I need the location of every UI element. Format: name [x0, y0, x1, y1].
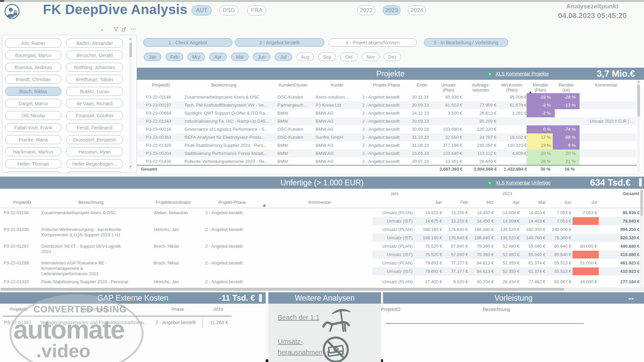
umsatz-herausnahmen-link-line2[interactable]: herausnahmen	[278, 349, 322, 356]
month-filter-apr[interactable]: Apr	[209, 53, 227, 61]
person-filter-pill[interactable]: Boithling, Johannes	[66, 63, 123, 72]
unfertige-col-header: Bezeichnung	[41, 200, 141, 205]
person-filter-pill[interactable]: Hackmann, Markus	[5, 147, 61, 156]
sort-asc-icon[interactable]	[263, 204, 266, 206]
month-filter-mrz[interactable]: Mrz	[187, 53, 205, 61]
person-filter-pill[interactable]: Ferstl, Ferdinand	[66, 123, 123, 132]
scrollbar-thumb[interactable]	[1, 288, 564, 291]
person-filter-pill[interactable]: Dargel, Marco	[5, 99, 61, 108]
chevron-down-icon[interactable]: ⌄	[100, 25, 104, 32]
cell-phase: 2 - Angebot bestellt	[362, 141, 412, 149]
beach-link[interactable]: Beach der 1:1	[278, 314, 320, 321]
person-filter-pill[interactable]	[5, 171, 61, 173]
cell-id: P3-23-00363	[146, 133, 181, 141]
projekte-scrollbar[interactable]	[637, 80, 640, 172]
scroll-down-icon[interactable]	[129, 166, 132, 168]
projekte-col-header: Projekt-Phase	[362, 82, 411, 93]
month-filter-jun[interactable]: Jun	[253, 53, 270, 61]
month-filter-dez[interactable]: Dez	[384, 53, 401, 61]
region-filter-dsg[interactable]: DSG	[219, 5, 238, 15]
unfertige-col-header: Projektkoordinator	[144, 200, 203, 205]
month-filter-nov[interactable]: Nov	[362, 53, 379, 61]
more-options-icon[interactable]: …	[130, 24, 136, 31]
cell-ende: 30.09.23	[412, 117, 434, 125]
month-filter-jul[interactable]: Jul	[275, 53, 292, 61]
cell-umsatz: 32.550 €	[435, 133, 462, 141]
cell-cluster: Partnergesch...	[277, 101, 314, 109]
cell-ende: 30.07.23	[412, 158, 434, 166]
vorleistung-col-bezeichnung: Bezeichnung	[470, 307, 523, 312]
row-total: 461.923 €	[602, 259, 639, 267]
phase-filter-pill[interactable]: 1 - Check Angebot	[143, 38, 232, 47]
month-filter-feb[interactable]: Feb	[166, 53, 183, 61]
scrollbar-thumb[interactable]	[640, 190, 643, 216]
excel-icon[interactable]: x	[487, 180, 493, 185]
person-filter-pill[interactable]	[66, 171, 123, 173]
cell-auftrag: 240.057 €	[464, 141, 496, 149]
cell-phase: 2 - Angebot bestellt	[362, 101, 412, 109]
cell-id: P3-23-00197	[146, 101, 181, 109]
month-filter-mai[interactable]: Mai	[231, 53, 249, 61]
year-filter-2023[interactable]: 2023	[383, 5, 400, 15]
month-value: 79.360 €	[547, 234, 571, 242]
phase-filter-pill[interactable]: 3 - Projekt abgeschlossen	[329, 38, 417, 47]
no-money-icon[interactable]	[321, 335, 350, 362]
person-filter-pill[interactable]: Baumgart, Marco	[5, 51, 61, 60]
unfertige-row: P3-22-01235Kritische Werkeversorgung - t…	[0, 225, 639, 242]
focus-mode-icon[interactable]	[121, 27, 126, 33]
person-filter-pill[interactable]: Fallah-Kish, Frank	[5, 123, 61, 132]
person-filter-pill[interactable]: Bublitz, Lucas	[66, 87, 123, 96]
person-filter-pill[interactable]: Brandt, Christian	[5, 75, 61, 84]
scrollbar-thumb[interactable]	[637, 84, 640, 117]
unfertige-hscrollbar[interactable]	[0, 288, 644, 291]
region-filter-aut[interactable]: AUT	[192, 5, 212, 15]
scroll-up-icon[interactable]	[637, 81, 640, 82]
scrollbar-thumb[interactable]	[129, 43, 132, 57]
month-filter-okt[interactable]: Okt	[340, 53, 358, 61]
month-value: 6.920 €	[443, 278, 468, 286]
person-filter-pill[interactable]: Dill, Nicolai	[5, 111, 61, 120]
month-filter-aug[interactable]: Aug	[297, 53, 314, 61]
slicer-scrollbar[interactable]	[129, 37, 132, 170]
person-filter-pill[interactable]: Grussdorf, Benjamin	[66, 135, 123, 144]
person-filter-pill[interactable]: Emanuel, Günther	[66, 111, 123, 120]
cell-bez: Robuste Verbindungselemente 2023 - Re...	[184, 158, 283, 166]
scrollbar-thumb[interactable]	[639, 178, 642, 187]
vorleistung-col-projektid: ProjektID	[376, 307, 406, 312]
scrollbar-thumb[interactable]	[259, 294, 262, 302]
unfertige-xls-link[interactable]: XLS Kommentar Unfertige	[496, 180, 550, 185]
month-value: 17.400 €	[418, 278, 442, 286]
phase-filter-pill[interactable]: 5 - In Bearbeitung / Vorleistung	[424, 38, 508, 47]
scroll-up-icon[interactable]	[129, 38, 132, 40]
projekte-col-header: Kommentar	[581, 82, 631, 93]
beach-chair-umbrella-icon[interactable]	[321, 306, 354, 335]
cell-ende: 31.10.23	[412, 133, 434, 141]
month-filter-jan[interactable]: Jan	[144, 53, 161, 61]
year-filter-2022[interactable]: 2022	[357, 5, 375, 15]
filter-icon[interactable]	[113, 27, 118, 33]
cell-phase: 2 - Angebot bestellt	[205, 227, 268, 233]
year-filter-2024[interactable]: 2024	[408, 5, 426, 15]
person-filter-pill[interactable]: Heller, Thomas	[5, 159, 61, 168]
excel-icon[interactable]: x	[487, 71, 493, 76]
umsatz-herausnahmen-link[interactable]: Umsatz-	[278, 338, 303, 346]
rendite-cell-purple: 0 %	[527, 125, 555, 133]
month-value: 143.000 €	[547, 225, 571, 234]
person-filter-pill[interactable]: Aits, Rainer	[5, 39, 61, 48]
unfertige-row: P3-22-01287Distribution NEXT - Support B…	[0, 242, 639, 259]
unfertige-vscrollbar[interactable]	[640, 189, 643, 288]
person-filter-pill[interactable]: Heller-Regenbogen...	[66, 159, 123, 168]
region-filter-fra[interactable]: FRA	[247, 5, 266, 15]
projekte-xls-link[interactable]: XLS Kommentar Projekte	[496, 71, 549, 76]
person-filter-pill[interactable]: Bisenius, Andreas	[5, 63, 61, 72]
gap-row-phase: 2 - Angebot bestellt	[156, 318, 201, 326]
month-filter-sep[interactable]: Sep	[318, 53, 336, 61]
person-filter-pill[interactable]: Franke, Maria	[5, 135, 61, 144]
person-filter-pill[interactable]: de Vaan, Richard	[66, 99, 123, 108]
person-filter-pill[interactable]: Broch, Niklas	[5, 87, 61, 96]
person-filter-pill[interactable]: Beuscher, Gerald	[66, 51, 123, 60]
phase-filter-pill[interactable]: 2 - Angebot bestellt	[235, 38, 324, 47]
person-filter-pill[interactable]: Hassoun, Ryan	[66, 147, 123, 156]
person-filter-pill[interactable]: Breithaupt, Tobias	[66, 75, 123, 84]
person-filter-pill[interactable]: Badini, Alexander	[66, 39, 123, 48]
